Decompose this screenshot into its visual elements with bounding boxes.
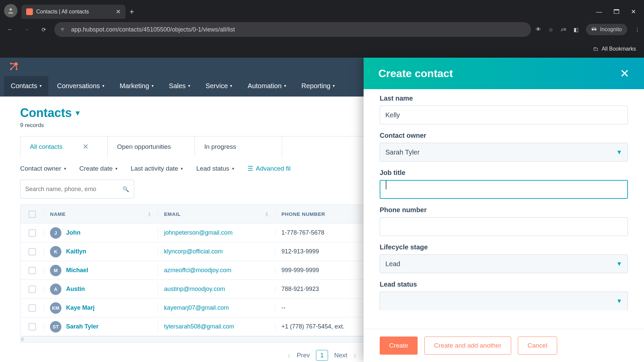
tab-title: Contacts | All contacts: [36, 9, 112, 15]
side-panel-icon[interactable]: ◧: [574, 26, 579, 33]
chevron-down-icon: ▼: [616, 298, 622, 305]
contact-email-link[interactable]: austinp@moodjoy.com: [164, 286, 225, 293]
select-all-checkbox[interactable]: [29, 210, 36, 218]
row-checkbox[interactable]: [29, 304, 36, 312]
contact-owner-label: Contact owner: [380, 132, 628, 139]
page-current[interactable]: 1: [316, 350, 328, 361]
sort-icon[interactable]: ▲▼: [265, 212, 269, 217]
incognito-chip[interactable]: 🕶 Incognito: [586, 24, 627, 35]
avatar: KM: [50, 302, 61, 314]
avatar: K: [50, 246, 61, 257]
cancel-button[interactable]: Cancel: [518, 337, 557, 355]
advanced-filters[interactable]: ☰Advanced fil: [248, 165, 291, 172]
kebab-icon[interactable]: ⋮: [635, 26, 640, 33]
filter-lead-status[interactable]: Lead status▾: [196, 165, 234, 172]
prev-page-icon[interactable]: ‹: [287, 350, 290, 361]
playlist-icon[interactable]: ♪≡: [560, 26, 566, 33]
close-icon[interactable]: ✕: [620, 67, 629, 80]
contact-name-link[interactable]: Kaitlyn: [66, 248, 86, 255]
chevron-down-icon: ▾: [232, 166, 234, 171]
nav-contacts[interactable]: Contacts▾: [4, 76, 48, 96]
close-icon[interactable]: ✕: [83, 142, 89, 151]
minimize-icon[interactable]: —: [596, 8, 602, 15]
browser-tab[interactable]: Contacts | All contacts ✕: [21, 5, 125, 19]
next-page-icon[interactable]: ›: [353, 350, 356, 361]
nav-automation[interactable]: Automation▾: [241, 76, 292, 96]
contact-email-link[interactable]: kayemarj07@gmail.com: [164, 304, 229, 311]
close-tab-icon[interactable]: ✕: [116, 8, 121, 15]
chevron-down-icon: ▾: [333, 83, 335, 88]
row-checkbox[interactable]: [29, 248, 36, 255]
close-window-icon[interactable]: ✕: [631, 8, 636, 15]
avatar: ST: [50, 321, 61, 333]
chevron-down-icon: ▾: [152, 83, 154, 88]
chevron-down-icon: ▾: [230, 83, 232, 88]
avatar: M: [50, 265, 61, 276]
contact-name-link[interactable]: Michael: [66, 267, 88, 274]
col-phone[interactable]: PHONE NUMBER: [281, 211, 325, 217]
phone-number-field[interactable]: [380, 217, 628, 236]
job-title-field[interactable]: [380, 180, 628, 199]
site-info-icon[interactable]: ᯤ: [60, 26, 66, 33]
row-checkbox[interactable]: [29, 267, 36, 274]
bookmarks-folder-icon: 🗀: [593, 46, 598, 52]
all-bookmarks[interactable]: All Bookmarks: [602, 46, 636, 52]
search-icon[interactable]: 🔍: [122, 186, 129, 192]
chevron-down-icon: ▼: [616, 260, 622, 267]
new-tab-button[interactable]: +: [129, 5, 134, 19]
create-contact-panel: Create contact ✕ Last name Contact owner…: [364, 58, 644, 362]
contact-email-link[interactable]: tylersarah508@gmail.com: [164, 323, 234, 330]
chevron-down-icon: ▾: [64, 166, 66, 171]
sort-icon[interactable]: ▲▼: [148, 212, 152, 217]
back-icon[interactable]: ←: [4, 23, 16, 36]
search-input[interactable]: [25, 186, 122, 193]
contact-email-link[interactable]: azmeoffcl@moodjoy.com: [164, 267, 231, 274]
eye-off-icon[interactable]: 👁: [536, 26, 541, 33]
profile-icon[interactable]: [4, 4, 17, 17]
next-button[interactable]: Next: [334, 352, 347, 359]
lifecycle-stage-select[interactable]: Lead▼: [380, 254, 628, 273]
hubspot-logo[interactable]: [8, 61, 19, 72]
star-icon[interactable]: ☆: [548, 26, 553, 33]
view-tab-open-opp[interactable]: Open opportunities: [108, 136, 195, 157]
chevron-down-icon: ▾: [40, 83, 42, 88]
contact-name-link[interactable]: Austin: [66, 286, 85, 293]
maximize-icon[interactable]: 🗖: [613, 8, 620, 15]
create-button[interactable]: Create: [380, 337, 418, 355]
forward-icon[interactable]: →: [21, 23, 33, 36]
address-bar[interactable]: ᯤ app.hubspot.com/contacts/45105500/obje…: [54, 22, 531, 37]
col-name[interactable]: NAME: [50, 211, 66, 217]
contact-name-link[interactable]: John: [66, 229, 80, 236]
contact-name-link[interactable]: Kaye Marj: [66, 304, 95, 311]
contact-email-link[interactable]: klyncorp@official.com: [164, 248, 223, 255]
filter-contact-owner[interactable]: Contact owner▾: [20, 165, 66, 172]
filter-last-activity[interactable]: Last activity date▾: [131, 165, 183, 172]
row-checkbox[interactable]: [29, 229, 36, 237]
nav-sales[interactable]: Sales▾: [162, 76, 197, 96]
view-tab-all[interactable]: All contacts ✕: [20, 136, 108, 157]
last-name-field[interactable]: [380, 106, 628, 124]
nav-service[interactable]: Service▾: [199, 76, 239, 96]
reload-icon[interactable]: ⟳: [38, 23, 50, 36]
view-tab-in-progress[interactable]: In progress: [195, 136, 282, 157]
row-checkbox[interactable]: [29, 286, 36, 293]
nav-reporting[interactable]: Reporting▾: [295, 76, 342, 96]
job-title-label: Job title: [380, 169, 628, 177]
contact-email-link[interactable]: johnpeterson@gmail.com: [164, 229, 232, 236]
chevron-down-icon: ▾: [102, 83, 104, 88]
search-input-wrap: 🔍: [20, 180, 134, 198]
contact-name-link[interactable]: Sarah Tyler: [66, 323, 99, 330]
lead-status-select[interactable]: ▼: [380, 292, 628, 310]
filter-create-date[interactable]: Create date▾: [79, 165, 117, 172]
browser-chrome: Contacts | All contacts ✕ + — 🗖 ✕ ← → ⟳ …: [0, 0, 644, 58]
nav-conversations[interactable]: Conversations▾: [50, 76, 111, 96]
col-email[interactable]: EMAIL: [164, 211, 181, 217]
contact-owner-select[interactable]: Sarah Tyler▼: [380, 143, 628, 162]
avatar: A: [50, 284, 61, 295]
lead-status-label: Lead status: [380, 281, 628, 288]
row-checkbox[interactable]: [29, 323, 36, 330]
nav-marketing[interactable]: Marketing▾: [113, 76, 160, 96]
chevron-down-icon: ▾: [115, 166, 117, 171]
create-add-another-button[interactable]: Create and add another: [424, 337, 511, 355]
prev-button[interactable]: Prev: [297, 352, 310, 359]
